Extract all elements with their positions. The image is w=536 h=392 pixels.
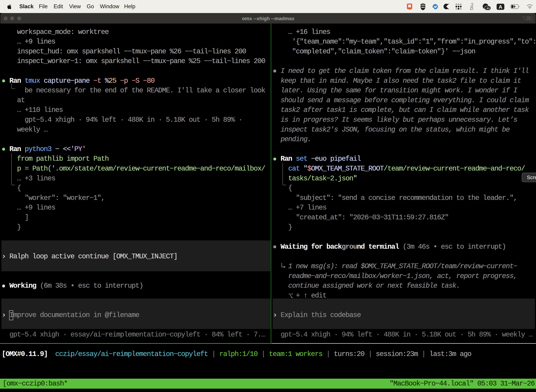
- svg-text:A: A: [499, 4, 502, 10]
- svg-text:..61: ..61: [486, 7, 490, 10]
- svg-text:1: 1: [531, 16, 533, 21]
